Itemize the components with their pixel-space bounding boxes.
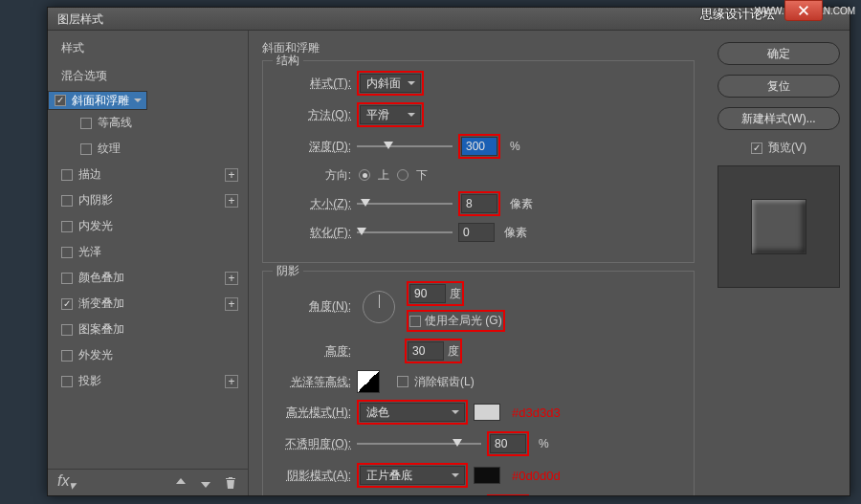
- sidebar-header-blend[interactable]: 混合选项: [48, 62, 248, 90]
- soften-slider[interactable]: [357, 226, 453, 239]
- depth-slider[interactable]: [357, 140, 453, 153]
- gloss-contour-label: 光泽等高线:: [275, 374, 351, 390]
- style-label: 样式(T):: [275, 76, 351, 92]
- highlight-opacity-slider[interactable]: [357, 437, 481, 450]
- gloss-contour-swatch[interactable]: [357, 370, 380, 393]
- window-close-button[interactable]: [784, 0, 823, 21]
- ok-button[interactable]: 确定: [718, 42, 840, 65]
- trash-icon[interactable]: [223, 475, 238, 491]
- checkbox-icon[interactable]: [61, 298, 73, 310]
- plus-icon[interactable]: +: [225, 375, 238, 388]
- shadow-mode-label: 阴影模式(A):: [275, 468, 351, 484]
- altitude-label: 高度:: [275, 343, 351, 360]
- style-sidebar: 样式 混合选项 斜面和浮雕 等高线 纹理 描边+ 内阴影+ 内发光 光泽 颜色叠…: [48, 31, 249, 495]
- sidebar-item-label: 内阴影: [78, 192, 113, 208]
- angle-label: 角度(N):: [275, 298, 351, 315]
- soften-label: 软化(F):: [275, 225, 351, 241]
- sidebar-item-label: 外发光: [78, 347, 113, 363]
- plus-icon[interactable]: +: [225, 297, 238, 311]
- size-slider[interactable]: [357, 197, 453, 210]
- checkbox-icon[interactable]: [61, 376, 73, 387]
- sidebar-item-texture[interactable]: 纹理: [48, 136, 248, 162]
- checkbox-icon[interactable]: [61, 195, 73, 207]
- sidebar-item-label: 图案叠加: [78, 321, 124, 338]
- direction-up-radio[interactable]: [359, 169, 370, 181]
- depth-label: 深度(D):: [275, 139, 351, 155]
- checkbox-icon[interactable]: [61, 221, 73, 232]
- sidebar-item-satin[interactable]: 光泽: [48, 239, 248, 265]
- highlight-mode-label: 高光模式(H):: [275, 405, 351, 421]
- checkbox-icon[interactable]: [55, 95, 66, 106]
- unit: 度: [450, 286, 461, 302]
- sidebar-item-label: 内发光: [78, 218, 113, 234]
- sidebar-item-drop-shadow[interactable]: 投影+: [48, 368, 248, 394]
- direction-down-radio[interactable]: [397, 169, 408, 181]
- sidebar-header-styles[interactable]: 样式: [48, 34, 248, 62]
- highlight-mode-select[interactable]: 滤色: [360, 403, 465, 422]
- fx-icon[interactable]: fx▾: [57, 472, 76, 493]
- checkbox-icon[interactable]: [80, 118, 92, 129]
- shading-fieldset: 阴影 角度(N): 90度 使用全局光 (G) 高度: 30度: [262, 271, 695, 495]
- angle-wheel[interactable]: [363, 291, 395, 323]
- sidebar-item-label: 渐变叠加: [78, 296, 124, 312]
- shadow-mode-select[interactable]: 正片叠底: [360, 466, 465, 485]
- checkbox-icon[interactable]: [61, 247, 73, 258]
- technique-select[interactable]: 平滑: [360, 105, 421, 124]
- checkbox-icon[interactable]: [61, 324, 73, 336]
- altitude-input[interactable]: 30: [408, 341, 444, 361]
- antialias-checkbox[interactable]: [397, 376, 408, 387]
- sidebar-item-contour[interactable]: 等高线: [48, 110, 248, 136]
- sidebar-item-inner-glow[interactable]: 内发光: [48, 213, 248, 239]
- right-column: 确定 复位 新建样式(W)... 预览(V): [708, 31, 850, 495]
- layer-style-dialog: 图层样式 样式 混合选项 斜面和浮雕 等高线 纹理 描边+ 内阴影+ 内发光 光…: [47, 7, 850, 496]
- shadow-color-swatch[interactable]: [474, 467, 500, 484]
- new-style-button[interactable]: 新建样式(W)...: [718, 107, 840, 130]
- sidebar-item-gradient-overlay[interactable]: 渐变叠加+: [48, 291, 248, 317]
- size-input[interactable]: 8: [461, 194, 497, 213]
- sidebar-item-bevel[interactable]: 斜面和浮雕: [48, 91, 147, 110]
- unit: 像素: [504, 225, 527, 241]
- unit: 像素: [510, 196, 533, 212]
- sidebar-item-label: 投影: [78, 373, 101, 389]
- arrow-up-icon[interactable]: [173, 475, 188, 491]
- sidebar-item-color-overlay[interactable]: 颜色叠加+: [48, 265, 248, 291]
- section-title: 斜面和浮雕: [262, 40, 695, 56]
- sidebar-item-pattern-overlay[interactable]: 图案叠加: [48, 317, 248, 342]
- arrow-down-icon[interactable]: [198, 475, 213, 491]
- highlight-color-swatch[interactable]: [474, 404, 500, 421]
- preview-checkbox[interactable]: [751, 142, 762, 154]
- sidebar-item-label: 纹理: [98, 141, 121, 157]
- global-light-label: 使用全局光 (G): [425, 313, 502, 329]
- sidebar-item-outer-glow[interactable]: 外发光: [48, 342, 248, 368]
- depth-input[interactable]: 300: [461, 137, 497, 156]
- plus-icon[interactable]: +: [225, 194, 238, 208]
- sidebar-item-label: 斜面和浮雕: [72, 93, 129, 109]
- reset-button[interactable]: 复位: [718, 75, 840, 98]
- structure-fieldset: 结构 样式(T): 内斜面 方法(Q): 平滑 深度(D): 300 % 方向:: [262, 60, 695, 263]
- sidebar-item-stroke[interactable]: 描边+: [48, 162, 248, 187]
- unit: %: [510, 140, 520, 153]
- radio-label: 上: [378, 167, 389, 184]
- soften-input[interactable]: 0: [458, 223, 495, 242]
- angle-input[interactable]: 90: [409, 284, 446, 303]
- highlight-opacity-input[interactable]: 80: [490, 434, 526, 453]
- checkbox-icon[interactable]: [61, 350, 73, 362]
- checkbox-icon[interactable]: [61, 169, 73, 181]
- direction-label: 方向:: [275, 167, 351, 184]
- plus-icon[interactable]: +: [225, 272, 238, 285]
- annotation: #0d0d0d: [512, 469, 561, 483]
- size-label: 大小(Z):: [275, 196, 351, 212]
- global-light-checkbox[interactable]: [409, 316, 421, 327]
- sidebar-footer: fx▾: [48, 469, 248, 495]
- annotation: #d3d3d3: [512, 405, 561, 420]
- style-select[interactable]: 内斜面: [360, 74, 421, 93]
- highlight-opacity-label: 不透明度(O):: [275, 436, 351, 452]
- sidebar-item-label: 颜色叠加: [78, 270, 124, 286]
- plus-icon[interactable]: +: [225, 168, 238, 182]
- main-panel: 斜面和浮雕 结构 样式(T): 内斜面 方法(Q): 平滑 深度(D): 300…: [249, 31, 708, 495]
- sidebar-item-label: 描边: [78, 166, 101, 183]
- checkbox-icon[interactable]: [80, 143, 92, 155]
- legend: 阴影: [273, 263, 303, 279]
- sidebar-item-inner-shadow[interactable]: 内阴影+: [48, 187, 248, 213]
- checkbox-icon[interactable]: [61, 273, 73, 284]
